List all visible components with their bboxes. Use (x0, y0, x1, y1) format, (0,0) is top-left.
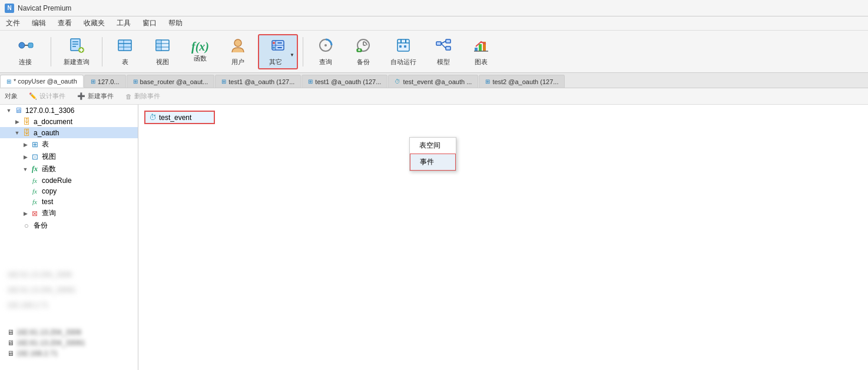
svg-rect-38 (399, 45, 402, 48)
newquery-label: 新建查询 (64, 58, 90, 66)
conn-label-192: 192.168.2.71 (16, 349, 58, 358)
dropdown-item-event[interactable]: 事件 (410, 154, 456, 171)
toolbar-other-button[interactable]: 其它 ▼ (258, 34, 298, 69)
svg-point-0 (19, 42, 25, 48)
arrow-icon-aoauth: ▼ (13, 130, 21, 136)
sidebar: ▼ 🖥 127.0.0.1_3306 ▶ 🗄 a_document ▼ 🗄 a_… (0, 105, 138, 370)
tab-icon-copyuser: ⊞ (6, 78, 11, 85)
sidebar-item-view-group[interactable]: ▶ ⊡ 视图 (0, 151, 138, 163)
backup-label: 备份 (357, 58, 370, 66)
conn-label-182b: 182.61.13.204_33061 (16, 339, 85, 347)
sidebar-item-coderule[interactable]: fx codeRule (0, 175, 138, 186)
toolbar-model-button[interactable]: 模型 (426, 34, 461, 69)
menu-bar: 文件 编辑 查看 收藏夹 工具 窗口 帮助 (0, 16, 868, 31)
tab-127[interactable]: ⊞ 127.0... (84, 75, 126, 88)
arrow-icon-func-group: ▼ (21, 166, 29, 172)
sidebar-item-conn-192[interactable]: 🖥 192.168.2.71 (5, 348, 133, 359)
view-label: 视图 (156, 58, 169, 66)
app-icon: N (5, 4, 14, 13)
menu-tools[interactable]: 工具 (111, 17, 137, 29)
svg-rect-41 (446, 39, 450, 43)
tab-icon-testevent: ⏱ (395, 78, 400, 85)
sidebar-label-view-group: 视图 (42, 152, 56, 162)
new-event-icon: ➕ (77, 92, 85, 100)
tab-label-baserouter: base_router @a_oaut... (140, 78, 208, 85)
backup-icon (355, 37, 372, 56)
svg-point-18 (234, 39, 241, 46)
object-item-testevent[interactable]: ⏱ test_event (144, 111, 215, 124)
arrow-icon-adoc: ▶ (13, 119, 21, 125)
sidebar-item-conn-182a[interactable]: 🖥 182.61.13.204_3306 (5, 327, 133, 338)
toolbar-newquery-button[interactable]: 新建查询 (56, 34, 97, 69)
newquery-icon (68, 37, 85, 56)
sidebar-item-aoauth[interactable]: ▼ 🗄 a_oauth (0, 127, 138, 138)
sidebar-item-blurred-1: 182.61.13.204_3306 (5, 269, 133, 280)
model-icon (435, 37, 452, 56)
tab-icon-127: ⊞ (91, 78, 95, 85)
sidebar-label-adocument: a_document (34, 118, 72, 126)
autorun-icon (395, 37, 412, 56)
dropdown-item-tablespace[interactable]: 表空间 (410, 138, 456, 154)
toolbar-query-button[interactable]: 查询 (308, 34, 343, 69)
sidebar-item-backup-group[interactable]: ○ 备份 (0, 219, 138, 232)
svg-line-43 (441, 41, 446, 44)
design-event-label: 设计事件 (39, 92, 65, 101)
event-object-label: test_event (159, 114, 191, 122)
toolbar-backup-button[interactable]: 备份 (346, 34, 381, 69)
sidebar-item-copy[interactable]: fx copy (0, 186, 138, 196)
menu-view[interactable]: 查看 (52, 17, 78, 29)
sidebar-item-connection-127[interactable]: ▼ 🖥 127.0.0.1_3306 (0, 105, 138, 116)
menu-edit[interactable]: 编辑 (26, 17, 52, 29)
tab-test2[interactable]: ⊞ test2 @a_oauth (127... (479, 75, 565, 88)
sidebar-label-copy: copy (42, 187, 57, 195)
backup-group-icon: ○ (21, 221, 32, 230)
sidebar-item-func-group[interactable]: ▼ fx 函数 (0, 163, 138, 175)
svg-rect-2 (28, 43, 33, 48)
connect-label: 连接 (19, 58, 32, 66)
sub-btn-delete-event[interactable]: 🗑 删除事件 (120, 90, 165, 102)
tabs-bar: ⊞ * copyUser @a_oauth ⊞ 127.0... ⊞ base_… (0, 73, 868, 88)
toolbar-sep-2 (102, 37, 102, 66)
sidebar-item-conn-182b[interactable]: 🖥 182.61.13.204_33061 (5, 338, 133, 348)
func-group-icon: fx (29, 165, 40, 174)
menu-help[interactable]: 帮助 (163, 17, 188, 29)
sidebar-label-aoauth: a_oauth (34, 129, 59, 137)
tab-baserouter[interactable]: ⊞ base_router @a_oaut... (127, 75, 215, 88)
svg-rect-34 (397, 39, 409, 51)
conn-label-182a: 182.61.13.204_3306 (16, 328, 81, 336)
svg-rect-25 (277, 47, 282, 48)
toolbar-function-button[interactable]: f(x) 函数 (183, 34, 218, 69)
menu-favorites[interactable]: 收藏夹 (78, 17, 111, 29)
menu-window[interactable]: 窗口 (137, 17, 163, 29)
connect-icon (17, 37, 34, 56)
toolbar-view-button[interactable]: 视图 (145, 34, 180, 69)
sub-btn-new-event[interactable]: ➕ 新建事件 (72, 90, 119, 102)
tab-label-copyuser: * copyUser @a_oauth (14, 78, 77, 85)
other-icon (270, 37, 286, 56)
sidebar-item-adocument[interactable]: ▶ 🗄 a_document (0, 116, 138, 127)
sidebar-item-test-func[interactable]: fx test (0, 196, 138, 207)
sub-btn-design-event[interactable]: ✏️ 设计事件 (24, 90, 71, 102)
query-label: 查询 (319, 58, 332, 66)
other-dropdown-arrow[interactable]: ▼ (290, 52, 294, 58)
sidebar-blurred-area: 182.61.13.204_3306 182.61.13.204_33061 1… (0, 267, 138, 313)
tab-testevent[interactable]: ⏱ test_event @a_oauth ... (388, 75, 478, 88)
conn-icon-192: 🖥 (7, 349, 14, 358)
tab-test1a[interactable]: ⊞ test1 @a_oauth (127... (215, 75, 301, 88)
sidebar-label-test-func: test (42, 198, 53, 206)
user-label: 用户 (231, 58, 244, 66)
tab-copyuser[interactable]: ⊞ * copyUser @a_oauth (0, 75, 84, 88)
toolbar-chart-button[interactable]: 图表 (463, 34, 499, 69)
svg-line-44 (441, 44, 446, 48)
toolbar-autorun-button[interactable]: 自动运行 (383, 34, 423, 69)
sidebar-item-table-group[interactable]: ▶ ⊞ 表 (0, 138, 138, 151)
toolbar-table-button[interactable]: 表 (107, 34, 143, 69)
arrow-icon-view-group: ▶ (21, 154, 29, 160)
title-bar: N Navicat Premium (0, 0, 868, 16)
sidebar-label-backup-group: 备份 (34, 221, 48, 231)
menu-file[interactable]: 文件 (0, 17, 26, 29)
tab-test1b[interactable]: ⊞ test1 @a_oauth (127... (302, 75, 387, 88)
toolbar-connect-button[interactable]: 连接 (5, 34, 46, 69)
sidebar-item-query-group[interactable]: ▶ ⊠ 查询 (0, 207, 138, 219)
toolbar-user-button[interactable]: 用户 (220, 34, 256, 69)
